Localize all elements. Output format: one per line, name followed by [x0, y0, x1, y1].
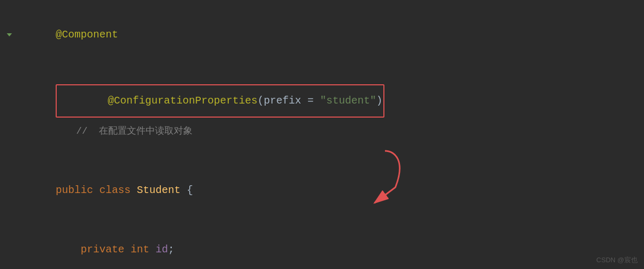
code-line-1: @Component [0, 5, 644, 65]
code-line-2: @ConfigurationProperties(prefix = "stude… [0, 65, 644, 161]
code-line-4: private int id; [0, 220, 644, 269]
fold-icon[interactable] [0, 31, 18, 39]
code-line-3: public class Student { [0, 161, 644, 220]
watermark: CSDN @宸也 [596, 255, 638, 265]
comment-cn-2: // 在配置文件中读取对象 [65, 126, 192, 136]
line-content-2: @ConfigurationProperties(prefix = "stude… [18, 65, 639, 161]
code-editor: @Component @ConfigurationProperties(pref… [0, 0, 644, 269]
line-content-1: @Component [18, 5, 639, 65]
svg-marker-0 [7, 33, 12, 36]
annotation-component: @Component [56, 29, 118, 41]
line-content-4: private int id; [18, 220, 639, 269]
line-content-3: public class Student { [18, 161, 639, 220]
annotation-configprop: @ConfigurationProperties [108, 95, 257, 107]
